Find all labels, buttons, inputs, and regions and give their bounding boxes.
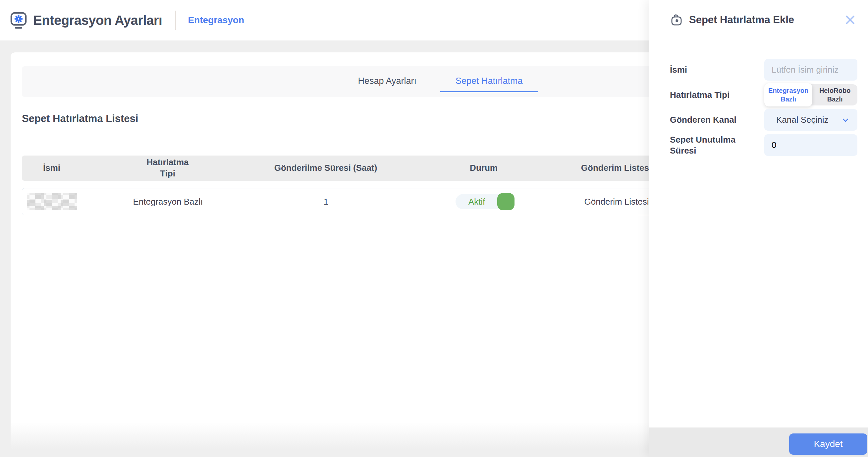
- sender-channel-select[interactable]: Kanal Seçiniz: [764, 109, 858, 131]
- sender-channel-value: Kanal Seçiniz: [776, 115, 829, 125]
- drawer-title: Sepet Hatırlatma Ekle: [689, 14, 794, 26]
- drawer-header: Sepet Hatırlatma Ekle: [649, 0, 868, 40]
- drawer-footer: Kaydet: [649, 427, 868, 457]
- header-divider: [175, 10, 176, 30]
- column-header-hatirlatma-tipi: Hatırlatma Tipi: [82, 157, 254, 179]
- save-button[interactable]: Kaydet: [789, 433, 867, 455]
- form-row-sender-channel: Gönderen Kanal Kanal Seçiniz: [670, 109, 858, 131]
- page-title: Entegrasyon Ayarları: [33, 13, 162, 28]
- reminder-type-segmented: Entegrasyon Bazlı HeloRobo Bazlı: [764, 84, 858, 106]
- column-header-durum: Durum: [398, 163, 570, 174]
- segment-helorobo-bazli[interactable]: HeloRobo Bazlı: [812, 84, 858, 106]
- send-list-link[interactable]: Gönderim Listesi: [570, 197, 663, 207]
- name-input[interactable]: [764, 59, 858, 81]
- chevron-down-icon: [842, 115, 849, 125]
- redacted-name: [27, 193, 77, 210]
- name-field-label: İsmi: [670, 64, 764, 75]
- drawer-body: İsmi Hatırlatma Tipi Entegrasyon Bazlı H…: [649, 40, 868, 156]
- column-header-ismi: İsmi: [22, 163, 82, 174]
- drawer-sepet-hatirlatma-ekle: Sepet Hatırlatma Ekle İsmi Hatırlatma Ti…: [649, 0, 868, 457]
- cell-status: Aktif: [398, 194, 570, 209]
- tab-hesap-ayarlari[interactable]: Hesap Ayarları: [343, 71, 432, 92]
- status-label: Aktif: [468, 197, 485, 207]
- reminder-type-label: Hatırlatma Tipi: [670, 89, 764, 101]
- cell-reminder-type: Entegrasyon Bazlı: [82, 197, 254, 207]
- column-header-hatirlatma-tipi-label: Hatırlatma Tipi: [140, 157, 196, 179]
- sender-channel-label: Gönderen Kanal: [670, 114, 764, 125]
- cell-name: [22, 193, 82, 210]
- toggle-knob-icon: [497, 193, 515, 210]
- settings-monitor-icon: [10, 11, 28, 30]
- forget-duration-label: Sepet Unutulma Süresi: [670, 134, 764, 156]
- column-header-gonderilme-suresi: Gönderilme Süresi (Saat): [254, 163, 398, 174]
- column-header-gonderim-listesi: Gönderim Listesi: [570, 163, 662, 174]
- forget-duration-input[interactable]: [764, 134, 858, 156]
- status-toggle[interactable]: Aktif: [456, 194, 513, 209]
- form-row-reminder-type: Hatırlatma Tipi Entegrasyon Bazlı HeloRo…: [670, 84, 858, 106]
- form-row-name: İsmi: [670, 59, 858, 81]
- basket-reminder-icon: [670, 13, 683, 27]
- cell-send-duration: 1: [254, 197, 398, 207]
- tab-sepet-hatirlatma[interactable]: Sepet Hatırlatma: [440, 71, 538, 92]
- close-icon[interactable]: [842, 12, 858, 28]
- segment-entegrasyon-bazli[interactable]: Entegrasyon Bazlı: [764, 83, 812, 107]
- form-row-forget-duration: Sepet Unutulma Süresi: [670, 134, 858, 156]
- breadcrumb-entegrasyon[interactable]: Entegrasyon: [188, 15, 244, 26]
